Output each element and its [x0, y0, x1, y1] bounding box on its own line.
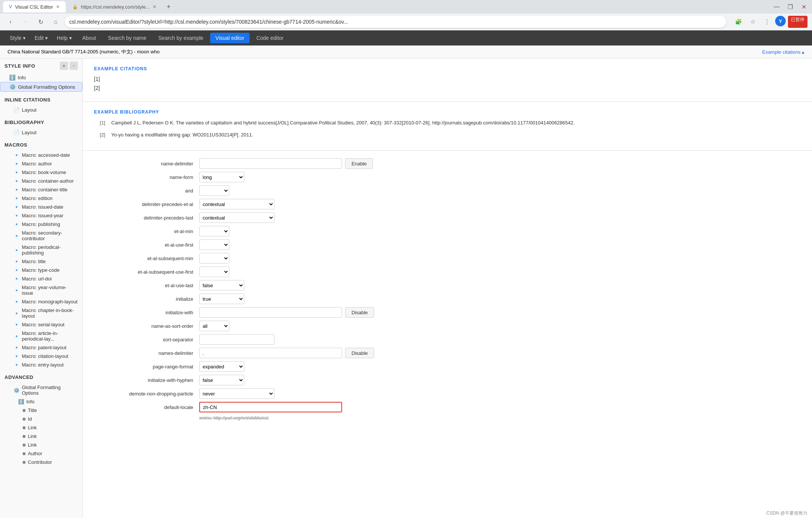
macros-title: MACROS [5, 142, 27, 148]
sidebar-macro-url-doi[interactable]: 🔹 Macro: url-doi [0, 274, 82, 283]
default-locale-input[interactable] [199, 402, 342, 412]
forward-button[interactable]: › [20, 16, 32, 28]
macro-icon-16: 🔹 [14, 299, 20, 304]
nav-about[interactable]: About [77, 33, 102, 43]
delimiter-precedes-et-al-select[interactable]: contextual after-inverted-name always ne… [199, 199, 274, 209]
sidebar-header-btns: + - [60, 62, 78, 70]
sidebar-macro-entry-layout[interactable]: 🔹 Macro: entry-layout [0, 360, 82, 369]
sidebar-macro-accessed-date[interactable]: 🔹 Macro: accessed-date [0, 151, 82, 159]
sidebar-adv-link1[interactable]: Link [0, 423, 82, 432]
tab2-close-btn[interactable]: ✕ [153, 4, 156, 9]
nav-visual-editor[interactable]: Visual editor [210, 33, 250, 43]
sidebar-macro-serial-layout[interactable]: 🔹 Macro: serial-layout [0, 320, 82, 329]
sidebar-macro-year-volume-issue[interactable]: 🔹 Macro: year-volume-issue [0, 283, 82, 297]
initialize-select[interactable]: true false [199, 294, 244, 304]
sidebar-remove-btn[interactable]: - [70, 62, 78, 70]
sidebar-macro-citation-layout[interactable]: 🔹 Macro: citation-layout [0, 352, 82, 360]
sidebar-macro-chapter-in-book-layout[interactable]: 🔹 Macro: chapter-in-book-layout [0, 306, 82, 320]
sidebar-macro-type-code[interactable]: 🔹 Macro: type-code [0, 266, 82, 274]
nav-code-editor[interactable]: Code editor [251, 33, 289, 43]
nav-search-by-name[interactable]: Search by name [103, 33, 151, 43]
and-select[interactable]: text symbol [199, 185, 229, 196]
sidebar-macro-article-in-periodical[interactable]: 🔹 Macro: article-in-periodical-lay... [0, 329, 82, 343]
name-form-select[interactable]: long short count [199, 172, 244, 182]
close-button[interactable]: ✕ [798, 3, 809, 11]
sidebar-macro-book-volume[interactable]: 🔹 Macro: book-volume [0, 168, 82, 177]
et-al-use-last-select[interactable]: false true [199, 280, 244, 291]
et-al-use-first-control [199, 239, 229, 250]
tab-close-btn[interactable]: ✕ [56, 4, 60, 9]
et-al-use-first-select[interactable] [199, 239, 229, 250]
macro-icon-20: 🔹 [14, 345, 20, 350]
sidebar-macro-issued-date[interactable]: 🔹 Macro: issued-date [0, 203, 82, 211]
initialize-with-hyphen-select[interactable]: false true [199, 375, 244, 385]
name-as-sort-order-select[interactable]: all first [199, 321, 229, 331]
refresh-button[interactable]: ↻ [35, 16, 47, 28]
adv-gear-icon: ⚙️ [14, 388, 20, 393]
profile-button[interactable]: Y [775, 16, 786, 26]
nav-search-by-example[interactable]: Search by example [153, 33, 209, 43]
sidebar-item-global-formatting[interactable]: ⚙️ Global Formatting Options [0, 82, 82, 92]
and-label: and [94, 188, 199, 194]
name-delimiter-enable-btn[interactable]: Enable [345, 158, 373, 169]
sidebar-adv-info[interactable]: ℹ️ Info [0, 397, 82, 406]
example-citations-link[interactable]: Example citations ▴ [762, 49, 805, 55]
tab-inactive[interactable]: 🔒 https://csl.mendeley.com/style... ✕ [67, 1, 162, 12]
sidebar-macro-container-title[interactable]: 🔹 Macro: container-title [0, 185, 82, 194]
sidebar-macro-publishing[interactable]: 🔹 Macro: publishing [0, 220, 82, 229]
sidebar-item-layout-bib[interactable]: 📄 Layout [0, 128, 82, 137]
sidebar-macro-patent-layout[interactable]: 🔹 Macro: patent-layout [0, 343, 82, 352]
et-al-subsequent-use-first-select[interactable] [199, 267, 229, 277]
sidebar-adv-title[interactable]: Title [0, 406, 82, 415]
sidebar-macro-monograph-layout[interactable]: 🔹 Macro: monograph-layout [0, 297, 82, 306]
sidebar-macro-author[interactable]: 🔹 Macro: author [0, 159, 82, 168]
form-row-et-al-subsequent-use-first: et-al-subsequent-use-first [94, 267, 801, 277]
edit-dropdown[interactable]: Edit ▾ [31, 33, 52, 43]
paused-button[interactable]: 已暂停 [788, 16, 807, 28]
et-al-subsequent-min-select[interactable] [199, 253, 229, 264]
home-button[interactable]: ⌂ [50, 16, 62, 28]
extensions-icon[interactable]: 🧩 [732, 16, 744, 28]
sidebar-item-layout-inline[interactable]: 📄 Layout [0, 106, 82, 114]
name-form-control: long short count [199, 172, 244, 182]
inline-citations-header: INLINE CITATIONS [0, 94, 82, 106]
sidebar-item-info[interactable]: ℹ️ Info [0, 73, 82, 82]
et-al-subsequent-use-first-label: et-al-subsequent-use-first [94, 269, 199, 275]
bookmark-icon[interactable]: ☆ [747, 16, 759, 28]
sidebar-add-btn[interactable]: + [60, 62, 68, 70]
initialize-with-hyphen-control: false true [199, 375, 244, 385]
sidebar-macro-title[interactable]: 🔹 Macro: title [0, 257, 82, 266]
demote-non-dropping-particle-select[interactable]: never sort-only display-and-sort [199, 388, 274, 399]
page-range-format-select[interactable]: expanded minimal minimal-two chicago [199, 361, 244, 372]
sidebar-adv-author[interactable]: Author [0, 449, 82, 458]
sidebar-macro-periodical-publishing[interactable]: 🔹 Macro: periodical-publishing [0, 243, 82, 257]
sidebar-adv-link2[interactable]: Link [0, 432, 82, 441]
initialize-with-input[interactable] [199, 307, 342, 318]
delimiter-precedes-last-select[interactable]: contextual after-inverted-name always ne… [199, 212, 274, 223]
help-dropdown[interactable]: Help ▾ [53, 33, 76, 43]
page-range-format-control: expanded minimal minimal-two chicago [199, 361, 244, 372]
maximize-button[interactable]: ❐ [785, 3, 795, 11]
subtitle-bar: China National Standard GB/T 7714-2005 (… [0, 45, 812, 59]
tab-active[interactable]: V Visual CSL Editor ✕ [3, 1, 66, 12]
sidebar-adv-global-formatting[interactable]: ⚙️ Global Formatting Options [0, 383, 82, 397]
name-delimiter-input[interactable] [199, 158, 342, 169]
sort-separator-input[interactable] [199, 334, 274, 345]
style-dropdown[interactable]: Style ▾ [6, 33, 29, 43]
back-button[interactable]: ‹ [5, 16, 17, 28]
new-tab-button[interactable]: + [163, 2, 174, 12]
minimize-button[interactable]: — [771, 3, 782, 11]
sidebar-macro-secondary-contributor[interactable]: 🔹 Macro: secondary-contributor [0, 229, 82, 243]
sidebar-adv-id[interactable]: Id [0, 415, 82, 423]
initialize-with-disable-btn[interactable]: Disable [345, 307, 374, 318]
sidebar-adv-link3[interactable]: Link [0, 441, 82, 449]
sidebar-adv-contributor[interactable]: Contributor [0, 458, 82, 467]
names-delimiter-disable-btn[interactable]: Disable [345, 348, 374, 358]
et-al-min-select[interactable] [199, 226, 229, 236]
address-input[interactable] [65, 16, 726, 28]
sidebar-macro-container-author[interactable]: 🔹 Macro: container-author [0, 177, 82, 185]
names-delimiter-input[interactable] [199, 348, 342, 358]
menu-icon[interactable]: ⋮ [761, 16, 773, 28]
sidebar-macro-edition[interactable]: 🔹 Macro: edition [0, 194, 82, 203]
sidebar-macro-issued-year[interactable]: 🔹 Macro: issued-year [0, 211, 82, 220]
